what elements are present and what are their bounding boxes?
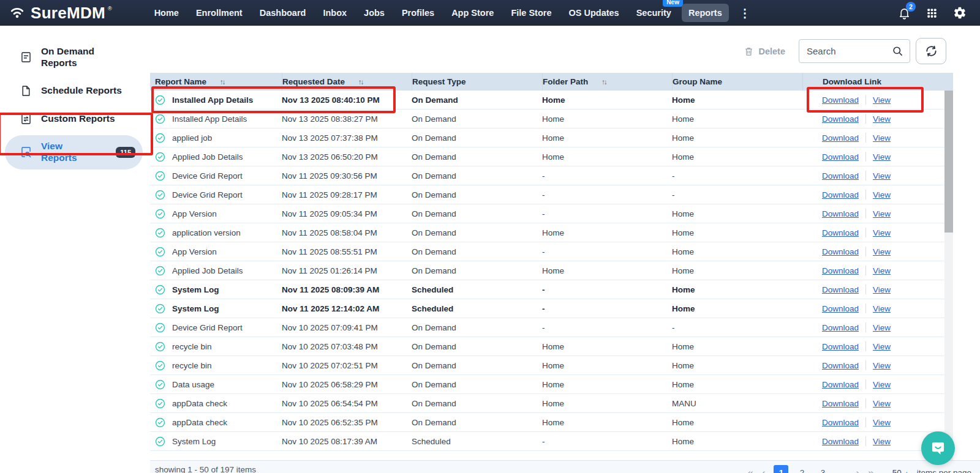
page-button-3[interactable]: 3 <box>815 465 830 473</box>
view-link[interactable]: View <box>873 304 891 313</box>
download-link[interactable]: Download <box>822 152 859 162</box>
view-link[interactable]: View <box>873 133 891 143</box>
search-input[interactable] <box>807 46 892 56</box>
download-link[interactable]: Download <box>822 209 859 218</box>
table-row[interactable]: Installed App DetailsNov 13 2025 08:40:1… <box>150 91 944 110</box>
view-link[interactable]: View <box>873 95 891 105</box>
download-link[interactable]: Download <box>822 380 859 389</box>
more-menu-button[interactable]: ⋮ <box>734 6 756 20</box>
view-link[interactable]: View <box>873 190 891 199</box>
sidebar-item-custom-reports[interactable]: Custom Reports <box>5 107 143 131</box>
view-link[interactable]: View <box>873 266 891 275</box>
table-row[interactable]: applied jobNov 13 2025 07:37:38 PMOn Dem… <box>150 128 944 147</box>
sidebar-item-view-reports[interactable]: View Reports115 <box>5 135 143 169</box>
sort-icon[interactable]: ↑↓ <box>220 78 227 86</box>
view-link[interactable]: View <box>873 171 891 181</box>
table-row[interactable]: Device Grid ReportNov 11 2025 09:28:17 P… <box>150 185 944 204</box>
download-link[interactable]: Download <box>822 266 859 275</box>
view-link[interactable]: View <box>873 209 891 218</box>
table-row[interactable]: recycle binNov 10 2025 07:03:48 PMOn Dem… <box>150 337 944 356</box>
view-link[interactable]: View <box>873 323 891 332</box>
view-link[interactable]: View <box>873 152 891 162</box>
refresh-button[interactable] <box>916 38 946 64</box>
view-link[interactable]: View <box>873 342 891 351</box>
brand-logo[interactable]: SureMDM ® <box>8 4 112 23</box>
view-link[interactable]: View <box>873 380 891 389</box>
view-link[interactable]: View <box>873 437 891 446</box>
table-row[interactable]: System LogNov 10 2025 08:17:39 AMSchedul… <box>150 432 944 451</box>
table-row[interactable]: Applied Job DetailsNov 13 2025 06:50:20 … <box>150 147 944 166</box>
nav-item-security[interactable]: SecurityNew <box>630 4 678 22</box>
first-page-button[interactable]: « <box>747 467 753 473</box>
table-row[interactable]: Installed App DetailsNov 13 2025 08:38:2… <box>150 110 944 128</box>
nav-item-inbox[interactable]: Inbox <box>316 4 353 22</box>
prev-page-button[interactable]: ‹ <box>762 467 766 473</box>
download-link[interactable]: Download <box>822 437 859 446</box>
download-link[interactable]: Download <box>822 114 859 124</box>
page-button-1[interactable]: 1 <box>774 465 788 473</box>
view-link[interactable]: View <box>873 361 891 370</box>
nav-item-file-store[interactable]: File Store <box>504 4 558 22</box>
table-scrollbar[interactable] <box>944 91 953 460</box>
download-link[interactable]: Download <box>822 342 859 351</box>
table-row[interactable]: Applied Job DetailsNov 11 2025 01:26:14 … <box>150 261 944 280</box>
table-row[interactable]: Data usageNov 10 2025 06:58:29 PMOn Dema… <box>150 375 944 394</box>
column-header-folder-path[interactable]: Folder Path↑↓ <box>542 73 672 91</box>
sidebar-item-on-demand-reports[interactable]: On Demand Reports <box>5 40 143 75</box>
sort-icon[interactable]: ↑↓ <box>358 78 366 86</box>
table-row[interactable]: System LogNov 11 2025 12:14:02 AMSchedul… <box>150 299 944 318</box>
download-link[interactable]: Download <box>822 95 859 105</box>
sort-icon[interactable]: ↑↓ <box>601 78 609 86</box>
table-row[interactable]: Device Grid ReportNov 11 2025 09:30:56 P… <box>150 166 944 185</box>
chat-widget-button[interactable] <box>921 431 955 465</box>
items-per-page-select[interactable]: 50 ▴ <box>892 468 908 473</box>
delete-button[interactable]: Delete <box>744 46 785 57</box>
download-link[interactable]: Download <box>822 361 859 370</box>
table-row[interactable]: App VersionNov 11 2025 09:05:34 PMOn Dem… <box>150 204 944 223</box>
view-link[interactable]: View <box>873 418 891 427</box>
nav-item-dashboard[interactable]: Dashboard <box>253 4 313 22</box>
nav-item-home[interactable]: Home <box>148 4 186 22</box>
download-link[interactable]: Download <box>822 228 859 237</box>
column-header-report-name[interactable]: Report Name↑↓ <box>150 73 282 91</box>
notifications-button[interactable]: 2 <box>898 6 911 20</box>
sidebar-item-schedule-reports[interactable]: Schedule Reports <box>5 79 143 103</box>
download-link[interactable]: Download <box>822 171 859 181</box>
next-page-button[interactable]: › <box>856 467 859 473</box>
view-link[interactable]: View <box>873 247 891 256</box>
search-icon[interactable] <box>892 45 903 57</box>
column-header-download-link[interactable]: Download Link <box>802 73 953 91</box>
table-row[interactable]: Device Grid ReportNov 10 2025 07:09:41 P… <box>150 318 944 337</box>
download-link[interactable]: Download <box>822 323 859 332</box>
nav-item-app-store[interactable]: App Store <box>445 4 500 22</box>
view-link[interactable]: View <box>873 285 891 294</box>
nav-item-enrollment[interactable]: Enrollment <box>189 4 249 22</box>
nav-item-os-updates[interactable]: OS Updates <box>562 4 625 22</box>
table-row[interactable]: App VersionNov 11 2025 08:55:51 PMOn Dem… <box>150 242 944 261</box>
last-page-button[interactable]: » <box>868 467 873 473</box>
nav-item-profiles[interactable]: Profiles <box>395 4 441 22</box>
view-link[interactable]: View <box>873 228 891 237</box>
table-row[interactable]: System LogNov 11 2025 08:09:39 AMSchedul… <box>150 280 944 299</box>
view-link[interactable]: View <box>873 399 891 408</box>
page-button-2[interactable]: 2 <box>794 465 809 473</box>
download-link[interactable]: Download <box>822 304 859 313</box>
settings-gear-button[interactable] <box>953 6 967 20</box>
nav-item-reports[interactable]: Reports <box>682 4 729 22</box>
table-row[interactable]: appData checkNov 10 2025 06:52:35 PMOn D… <box>150 413 944 432</box>
view-link[interactable]: View <box>873 114 891 124</box>
download-link[interactable]: Download <box>822 247 859 256</box>
download-link[interactable]: Download <box>822 285 859 294</box>
apps-grid-button[interactable] <box>926 7 938 19</box>
download-link[interactable]: Download <box>822 190 859 199</box>
table-row[interactable]: recycle binNov 10 2025 07:02:51 PMOn Dem… <box>150 356 944 375</box>
nav-item-jobs[interactable]: Jobs <box>357 4 391 22</box>
column-header-requested-date[interactable]: Requested Date↑↓ <box>282 73 412 91</box>
download-link[interactable]: Download <box>822 418 859 427</box>
download-link[interactable]: Download <box>822 133 859 143</box>
scrollbar-thumb[interactable] <box>944 91 953 233</box>
column-header-group-name[interactable]: Group Name <box>672 73 802 91</box>
table-row[interactable]: application versionNov 11 2025 08:58:04 … <box>150 223 944 242</box>
download-link[interactable]: Download <box>822 399 859 408</box>
table-row[interactable]: appData checkNov 10 2025 06:54:54 PMOn D… <box>150 394 944 413</box>
